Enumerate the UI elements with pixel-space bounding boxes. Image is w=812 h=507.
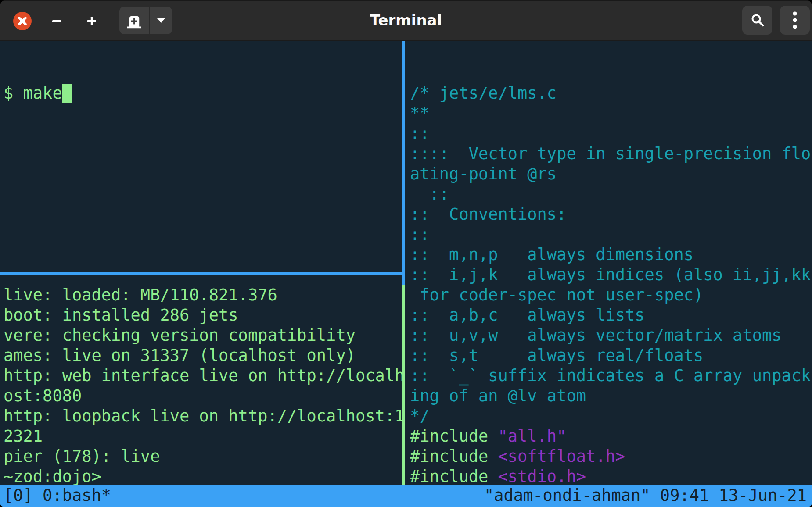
terminal-content: $ make live: loaded: MB/110.821.376boot:… [0,41,812,507]
terminal-line: :: [408,184,812,204]
terminal-line: #include "all.h" [408,426,812,446]
terminal-line: ing of an @lv atom [408,386,812,406]
terminal-line: boot: installed 286 jets [4,305,402,325]
terminal-line: ating-point @rs [408,164,812,184]
terminal-line: ** [408,104,812,124]
terminal-line: /* jets/e/lms.c [408,83,812,104]
block-cursor [62,84,72,103]
terminal-line: http: loopback live on http://localhost:… [4,406,402,426]
plus-icon [86,16,97,26]
terminal-line: :: i,j,k always indices (also ii,jj,kk [408,265,812,285]
terminal-line: #include <softfloat.h> [408,446,812,467]
terminal-line: :: u,v,w always vector/matrix atoms [408,325,812,346]
terminal-line: ~zod:dojo> [4,467,402,487]
terminal-line: live: loaded: MB/110.821.376 [4,285,402,305]
terminal-line: :: s,t always real/floats [408,346,812,366]
vertical-pane-divider-bottom-active[interactable] [402,285,405,486]
close-button[interactable] [13,12,32,30]
pane-bottom-left-urbit[interactable]: live: loaded: MB/110.821.376boot: instal… [0,285,402,487]
maximize-button[interactable] [82,11,102,31]
chevron-down-icon [157,18,165,23]
new-tab-split-button [119,7,172,34]
search-button[interactable] [742,6,772,35]
pane-right-vim[interactable]: /* jets/e/lms.c**:::::: Vector type in s… [408,41,812,507]
vertical-pane-divider-top[interactable] [402,41,405,285]
new-tab-dropdown-button[interactable] [150,7,172,34]
minimize-button[interactable] [47,11,67,31]
terminal-line: :: m,n,p always dimensions [408,245,812,265]
terminal-line: :: `_` suffix indicates a C array unpack [408,366,812,386]
terminal-line: :::: Vector type in single-precision flo [408,144,812,164]
terminal-line: */ [408,406,812,426]
terminal-line: ames: live on 31337 (localhost only) [4,346,402,366]
pane-top-left-shell[interactable]: $ make [0,41,402,273]
prompt-text: $ make [4,84,62,103]
horizontal-pane-divider[interactable] [0,272,404,275]
search-icon [750,13,765,28]
vim-buffer: /* jets/e/lms.c**:::::: Vector type in s… [408,83,812,487]
titlebar: Terminal [0,0,812,41]
terminal-line: pier (178): live [4,446,402,467]
tmux-session-window: [0] 0:bash* [4,485,111,507]
close-icon [17,16,28,26]
prompt-line: $ make [4,83,402,104]
terminal-line: http: web interface live on http://local… [4,366,402,386]
new-tab-button[interactable] [119,7,149,34]
terminal-line: ost:8080 [4,386,402,406]
terminal-line: #include <stdio.h> [408,467,812,487]
terminal-window: Terminal [0,0,812,507]
terminal-line: vere: checking version compatibility [4,325,402,346]
kebab-menu-icon [792,11,798,29]
terminal-line: :: [408,225,812,245]
terminal-line: :: a,b,c always lists [408,305,812,325]
new-tab-icon [126,13,143,29]
screen: Terminal [0,0,812,507]
terminal-line: :: Conventions: [408,204,812,225]
tmux-host-clock: "adam-ondi-ahman" 09:41 13-Jun-21 [484,485,807,507]
tmux-status-bar: [0] 0:bash* "adam-ondi-ahman" 09:41 13-J… [0,485,812,507]
menu-button[interactable] [780,6,810,35]
minus-icon [52,19,61,23]
terminal-line: 2321 [4,426,402,446]
terminal-line: :: [408,124,812,144]
terminal-line: for coder-spec not user-spec) [408,285,812,305]
